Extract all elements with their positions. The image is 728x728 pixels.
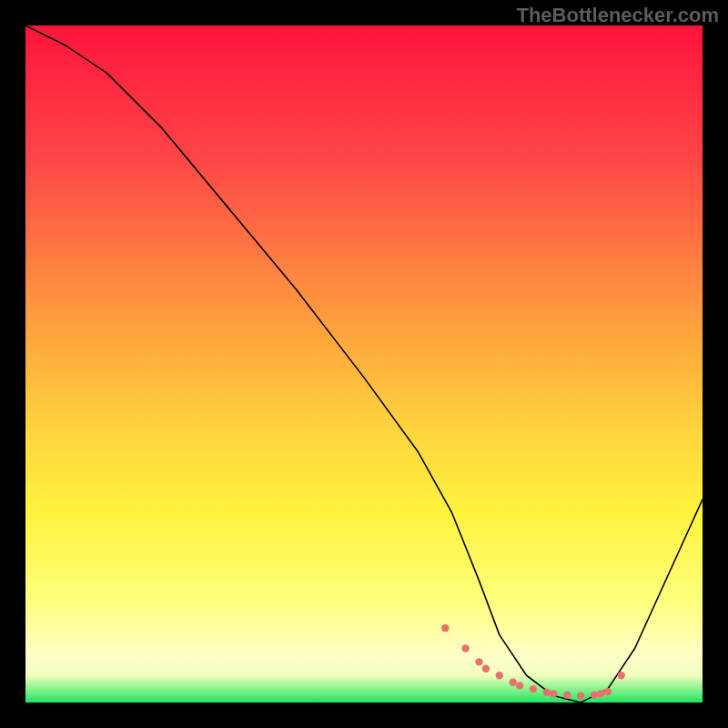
watermark-text: TheBottlenecker.com bbox=[516, 4, 719, 27]
optimal-point bbox=[509, 678, 516, 685]
optimal-point bbox=[591, 692, 598, 699]
optimal-point bbox=[441, 624, 449, 632]
optimal-point bbox=[618, 672, 625, 679]
optimal-point bbox=[577, 692, 584, 699]
optimal-point bbox=[597, 690, 604, 697]
optimal-point bbox=[475, 658, 482, 665]
optimal-point bbox=[516, 682, 523, 689]
chart-plot-area bbox=[25, 25, 703, 703]
optimal-point bbox=[461, 644, 469, 652]
optimal-point bbox=[604, 688, 612, 695]
optimal-point bbox=[482, 665, 490, 672]
optimal-point bbox=[496, 672, 503, 679]
optimal-point bbox=[543, 689, 551, 696]
optimal-point bbox=[550, 690, 557, 697]
optimal-point bbox=[530, 685, 537, 693]
optimal-point bbox=[563, 692, 571, 699]
chart-svg bbox=[25, 25, 703, 703]
chart-background bbox=[25, 25, 703, 703]
